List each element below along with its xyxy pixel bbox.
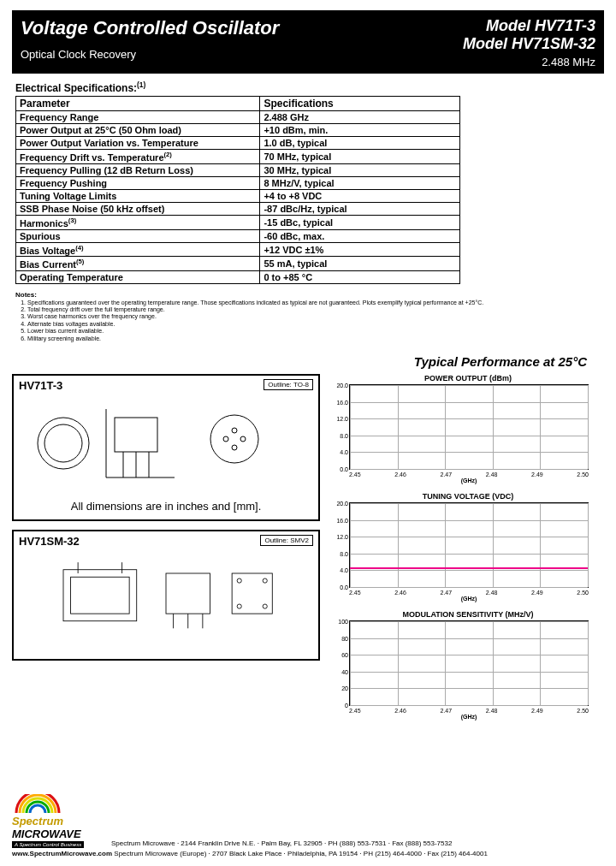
chart: MODULATION SENSITIVITY (MHz/V)0204060801… (332, 610, 604, 720)
footer-address-2: Spectrum Microwave (Europe) · 2707 Black… (112, 850, 488, 857)
spec-parameter-cell: Spurious (16, 229, 260, 242)
spec-parameter-cell: SSB Phase Noise (50 kHz offset) (16, 203, 260, 216)
spec-value-cell: 2.488 GHz (260, 111, 460, 124)
table-row: SSB Phase Noise (50 kHz offset)-87 dBc/H… (16, 203, 460, 216)
table-row: Harmonics(3)-15 dBc, typical (16, 216, 460, 230)
spec-parameter-cell: Frequency Pushing (16, 177, 260, 190)
x-tick-label: 2.47 (441, 708, 453, 714)
x-tick-label: 2.50 (577, 590, 589, 596)
chart-plot-area: 020406080100 (349, 620, 589, 706)
product-subcategory: Optical Clock Recovery (21, 48, 279, 61)
x-axis-label: (GHz) (349, 596, 589, 602)
table-row: Frequency Range2.488 GHz (16, 111, 460, 124)
y-tick-label: 16.0 (336, 517, 350, 523)
model-number-2: Model HV71SM-32 (463, 35, 595, 53)
svg-point-23 (263, 578, 267, 583)
svg-point-1 (44, 424, 82, 462)
spec-heading-footnote: (1) (137, 80, 145, 89)
chart-plot-area: 0.04.08.012.016.020.0 (349, 384, 589, 470)
table-row: Frequency Pushing8 MHz/V, typical (16, 177, 460, 190)
spec-value-cell: +4 to +8 VDC (260, 190, 460, 203)
footer-address-1: Spectrum Microwave · 2144 Franklin Drive… (111, 839, 452, 848)
spec-col-parameter: Parameter (16, 97, 260, 111)
x-tick-label: 2.50 (577, 472, 589, 477)
note-item: Military screening available. (27, 335, 604, 342)
y-tick-label: 8.0 (340, 550, 350, 556)
spectrum-rainbow-icon (12, 794, 63, 813)
spec-heading-text: Electrical Specifications: (15, 82, 137, 94)
svg-point-12 (232, 445, 237, 450)
product-category: Voltage Controlled Oscillator (21, 17, 279, 39)
y-tick-label: 12.0 (336, 416, 350, 422)
spec-value-cell: 55 mA, typical (260, 257, 460, 271)
y-tick-label: 0.0 (340, 466, 350, 472)
mechanical-drawing-icon (19, 392, 313, 495)
spec-parameter-cell: Harmonics(3) (16, 216, 260, 230)
logo-text-2: MICROWAVE (12, 827, 81, 840)
table-row: Bias Voltage(4)+12 VDC ±1% (16, 242, 460, 257)
spec-value-cell: 8 MHz/V, typical (260, 177, 460, 190)
chart: POWER OUTPUT (dBm)0.04.08.012.016.020.02… (332, 374, 604, 483)
svg-point-22 (237, 578, 241, 583)
spec-value-cell: -87 dBc/Hz, typical (260, 203, 460, 216)
page-header: Voltage Controlled Oscillator Optical Cl… (12, 10, 604, 74)
spec-value-cell: 0 to +85 °C (260, 271, 460, 284)
y-tick-label: 20 (341, 685, 350, 691)
dimension-note: All dimensions are in inches and [mm]. (19, 500, 313, 513)
svg-rect-4 (115, 418, 157, 452)
performance-title: Typical Performance at 25°C (12, 354, 587, 369)
svg-rect-17 (166, 573, 210, 614)
x-tick-label: 2.48 (486, 708, 498, 714)
chart-title: MODULATION SENSITIVITY (MHz/V) (332, 610, 604, 619)
x-tick-label: 2.49 (531, 472, 543, 477)
chart-series-line (350, 567, 588, 569)
spec-value-cell: -15 dBc, typical (260, 216, 460, 230)
chart-plot-area: 0.04.08.012.016.020.0 (349, 502, 589, 588)
table-row: Power Output at 25°C (50 Ohm load)+10 dB… (16, 124, 460, 137)
x-tick-label: 2.49 (531, 590, 543, 596)
notes-block: Notes: Specifications guaranteed over th… (15, 291, 604, 342)
svg-point-9 (223, 436, 228, 442)
spec-value-cell: +10 dBm, min. (260, 124, 460, 137)
y-tick-label: 20.0 (336, 500, 350, 506)
spec-parameter-cell: Operating Temperature (16, 271, 260, 284)
model-frequency: 2.488 MHz (463, 56, 595, 68)
spec-parameter-cell: Frequency Range (16, 111, 260, 124)
spec-value-cell: -60 dBc, max. (260, 229, 460, 242)
note-item: Total frequency drift over the full temp… (27, 306, 604, 313)
table-row: Operating Temperature0 to +85 °C (16, 271, 460, 284)
x-axis-label: (GHz) (349, 714, 589, 720)
diagram-outline: Outline: TO-8 (264, 379, 313, 390)
chart: TUNING VOLTAGE (VDC)0.04.08.012.016.020.… (332, 492, 604, 602)
company-logo: Spectrum MICROWAVE A Spectrum Control Bu… (12, 794, 106, 848)
logo-tagline: A Spectrum Control Business (12, 841, 84, 848)
diagram-outline: Outline: SMV2 (260, 535, 313, 546)
svg-rect-21 (232, 573, 272, 614)
x-tick-label: 2.45 (349, 590, 361, 596)
x-tick-label: 2.46 (394, 590, 406, 596)
table-row: Spurious-60 dBc, max. (16, 229, 460, 242)
spec-parameter-cell: Frequency Drift vs. Temperature(2) (16, 150, 260, 164)
y-tick-label: 0.0 (340, 584, 350, 590)
spec-parameter-cell: Power Output Variation vs. Temperature (16, 137, 260, 150)
table-row: Power Output Variation vs. Temperature1.… (16, 137, 460, 150)
x-tick-label: 2.49 (531, 708, 543, 714)
notes-heading: Notes: (15, 291, 604, 300)
svg-point-11 (232, 428, 237, 433)
y-tick-label: 16.0 (336, 399, 350, 405)
table-row: Frequency Pulling (12 dB Return Loss)30 … (16, 164, 460, 177)
y-tick-label: 60 (341, 652, 350, 658)
x-tick-label: 2.47 (441, 590, 453, 596)
svg-point-8 (210, 415, 258, 463)
note-item: Worst case harmonics over the frequency … (27, 313, 604, 320)
spec-value-cell: 30 MHz, typical (260, 164, 460, 177)
x-tick-label: 2.46 (394, 708, 406, 714)
diagram-label: HV71T-3 (19, 379, 62, 392)
x-tick-label: 2.50 (577, 708, 589, 714)
svg-point-10 (240, 436, 246, 442)
x-tick-label: 2.45 (349, 472, 361, 477)
spec-table: Parameter Specifications Frequency Range… (15, 96, 460, 284)
x-tick-label: 2.48 (486, 590, 498, 596)
spec-value-cell: +12 VDC ±1% (260, 242, 460, 257)
table-row: Frequency Drift vs. Temperature(2)70 MHz… (16, 150, 460, 164)
